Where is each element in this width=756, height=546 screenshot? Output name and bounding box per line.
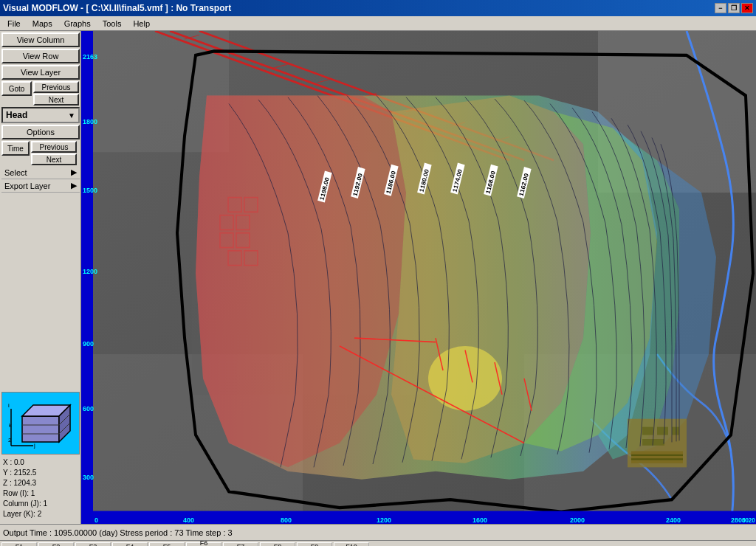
- view-column-button[interactable]: View Column: [1, 32, 80, 47]
- svg-text:1800: 1800: [83, 117, 97, 125]
- view-row-button[interactable]: View Row: [1, 49, 80, 63]
- toolbar: F1 ? Help F2 ⬜ 3D F3 💾 Save F4 ● Map F5 …: [0, 540, 756, 546]
- svg-text:1200: 1200: [377, 515, 391, 523]
- menu-graphs[interactable]: Graphs: [58, 18, 97, 30]
- menu-file[interactable]: File: [1, 18, 27, 30]
- close-button[interactable]: ✕: [741, 3, 753, 13]
- coord-col: Column (J): 1: [3, 499, 78, 509]
- time-row: Time Previous Next: [1, 141, 79, 165]
- svg-text:800: 800: [281, 515, 292, 523]
- coord-layer: Layer (K): 2: [3, 509, 78, 519]
- zoom-out-button[interactable]: F6 🔍 Zoom out: [186, 542, 221, 547]
- export-layer-arrow-icon: ▶: [71, 181, 77, 190]
- f5-key: F5: [163, 543, 171, 546]
- view-layer-button[interactable]: View Layer: [1, 65, 80, 80]
- svg-text:1500: 1500: [83, 186, 97, 194]
- svg-text:2: 2: [8, 437, 12, 443]
- svg-text:3020: 3020: [742, 516, 755, 523]
- svg-rect-39: [672, 427, 679, 435]
- svg-text:400: 400: [183, 515, 194, 523]
- titlebar-title: Visual MODFLOW - [ C:\XI.II\final5.vmf ]…: [3, 3, 231, 13]
- f7-key: F7: [237, 543, 245, 546]
- select-label: Select: [4, 168, 27, 177]
- f3-key: F3: [89, 543, 97, 546]
- dropdown-arrow-icon: ▼: [68, 111, 75, 120]
- svg-text:2400: 2400: [666, 515, 681, 523]
- f6-key: F6: [200, 539, 208, 546]
- export-layer-item[interactable]: Export Layer ▶: [1, 179, 80, 193]
- coord-x: X : 0.0: [3, 457, 78, 468]
- restore-button[interactable]: ❐: [728, 3, 740, 13]
- prev-next-group: Previous Next: [33, 81, 79, 106]
- svg-rect-72: [81, 31, 93, 524]
- time-button[interactable]: Time: [1, 141, 30, 156]
- 3d-box-svg: i k j 2: [7, 394, 74, 453]
- sidebar: View Column View Row View Layer Goto Pre…: [0, 31, 81, 524]
- select-item[interactable]: Select ▶: [1, 166, 80, 179]
- svg-text:900: 900: [83, 339, 94, 348]
- goto-button[interactable]: Goto: [1, 81, 32, 96]
- svg-rect-38: [657, 427, 668, 435]
- svg-text:k: k: [9, 423, 12, 428]
- svg-text:0: 0: [94, 515, 98, 523]
- f10-key: F10: [346, 543, 357, 546]
- options-button[interactable]: Options: [1, 125, 80, 139]
- time-prev-next: Previous Next: [31, 141, 77, 165]
- map-button[interactable]: F4 ● Map: [112, 542, 148, 547]
- svg-text:1200: 1200: [83, 266, 97, 274]
- head-label: Head: [6, 110, 27, 120]
- overlay-button[interactable]: F9 Over Lay: [297, 542, 332, 547]
- f8-key: F8: [274, 543, 282, 546]
- map-area[interactable]: 1198.00 1192.00 1186.00 1180.00 1174.00: [81, 31, 756, 524]
- goto-row: Goto Previous Next: [1, 81, 79, 106]
- zoom-in-button[interactable]: F5 🔍 Zoom in: [149, 542, 185, 547]
- menu-help[interactable]: Help: [127, 18, 156, 30]
- svg-text:600: 600: [83, 404, 94, 412]
- coordinates-panel: X : 0.0 Y : 2152.5 Z : 1204.3 Row (I): 1…: [1, 455, 79, 522]
- vert-exag-button[interactable]: F8 Vert Exag: [260, 542, 295, 547]
- output-time-text: Output Time : 1095.00000 (day) Stress pe…: [3, 528, 233, 537]
- menu-maps[interactable]: Maps: [27, 18, 58, 30]
- coord-y: Y : 2152.5: [3, 468, 78, 478]
- svg-rect-41: [631, 451, 683, 463]
- 3d-button[interactable]: F2 ⬜ 3D: [38, 542, 74, 547]
- statusbar: Output Time : 1095.00000 (day) Stress pe…: [0, 524, 756, 540]
- pan-button[interactable]: F7 ✥ Pan: [223, 542, 258, 547]
- coord-row: Row (I): 1: [3, 488, 78, 499]
- help-button[interactable]: F1 ? Help: [1, 542, 37, 547]
- f1-key: F1: [16, 543, 24, 546]
- previous1-button[interactable]: Previous: [33, 81, 79, 93]
- head-dropdown[interactable]: Head ▼: [1, 107, 80, 123]
- coord-z: Z : 1204.3: [3, 478, 78, 488]
- app-name: Visual MODFLOW - [ C:\XI.II\final5.vmf ]…: [3, 3, 231, 13]
- save-button[interactable]: F3 💾 Save: [75, 542, 111, 547]
- minimize-button[interactable]: −: [715, 3, 726, 13]
- main-menu-button[interactable]: F10 Main Menu: [334, 542, 369, 547]
- f4-key: F4: [126, 543, 134, 546]
- next2-button[interactable]: Next: [31, 153, 77, 165]
- main-layout: View Column View Row View Layer Goto Pre…: [0, 31, 756, 524]
- svg-text:2163: 2163: [83, 52, 97, 61]
- svg-text:300: 300: [83, 472, 94, 480]
- f9-key: F9: [311, 543, 319, 546]
- menubar: File Maps Graphs Tools Help: [0, 16, 756, 31]
- map-svg: 1198.00 1192.00 1186.00 1180.00 1174.00: [81, 31, 756, 524]
- svg-text:i: i: [8, 402, 10, 409]
- f2-key: F2: [52, 543, 61, 546]
- previous2-button[interactable]: Previous: [31, 141, 77, 153]
- svg-text:j: j: [33, 442, 35, 449]
- select-arrow-icon: ▶: [71, 167, 77, 177]
- svg-rect-0: [22, 416, 59, 442]
- svg-rect-40: [642, 439, 664, 446]
- 3d-box-preview: i k j 2: [1, 392, 80, 455]
- menu-tools[interactable]: Tools: [97, 18, 128, 30]
- svg-text:1600: 1600: [472, 515, 487, 523]
- svg-text:2000: 2000: [570, 515, 585, 523]
- next1-button[interactable]: Next: [33, 94, 79, 106]
- svg-rect-37: [642, 427, 653, 435]
- export-layer-label: Export Layer: [4, 182, 50, 190]
- titlebar-controls[interactable]: − ❐ ✕: [715, 3, 753, 13]
- titlebar: Visual MODFLOW - [ C:\XI.II\final5.vmf ]…: [0, 0, 756, 16]
